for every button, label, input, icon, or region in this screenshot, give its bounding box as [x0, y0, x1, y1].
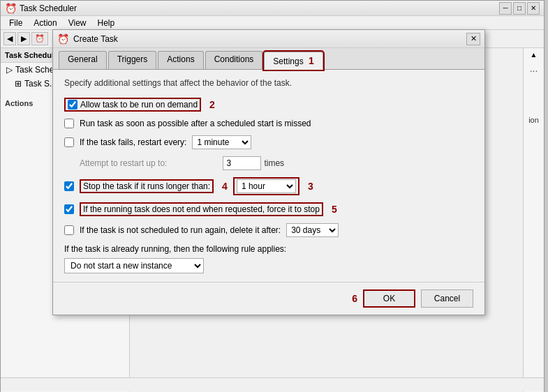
scroll-up-arrow[interactable]: ▲: [529, 50, 539, 60]
close-button[interactable]: ✕: [527, 2, 540, 15]
dialog-footer: 6 OK Cancel: [53, 282, 484, 315]
times-label: times: [264, 158, 284, 168]
dialog-description: Specify additional settings that affect …: [64, 78, 473, 88]
attempt-count-input[interactable]: [223, 156, 261, 170]
stop-task-label: Stop the task if it runs longer than:: [83, 181, 210, 191]
run-asap-checkbox[interactable]: [64, 119, 74, 128]
dialog-icon: ⏰: [57, 33, 69, 45]
menu-bar: File Action View Help: [1, 16, 544, 30]
tab-general[interactable]: General: [59, 51, 107, 69]
stop-task-number: 4: [222, 181, 228, 192]
delete-after-checkbox[interactable]: [64, 225, 74, 235]
toolbar-icon[interactable]: ⏰: [31, 32, 48, 45]
allow-run-highlight: Allow task to be run on demand: [64, 98, 201, 112]
menu-help[interactable]: Help: [92, 17, 121, 29]
status-bar: [1, 377, 544, 391]
dialog-title-bar: ⏰ Create Task ✕: [53, 30, 484, 48]
run-asap-label: Run task as soon as possible after a sch…: [80, 119, 311, 128]
dialog-body: Specify additional settings that affect …: [53, 70, 484, 282]
maximize-button[interactable]: □: [513, 2, 526, 15]
title-bar-controls: ─ □ ✕: [499, 2, 540, 15]
restart-interval-select[interactable]: 1 minute 5 minutes 10 minutes 15 minutes…: [192, 135, 251, 149]
ok-button[interactable]: OK: [363, 289, 415, 308]
restart-label: If the task fails, restart every:: [80, 137, 186, 147]
expand-icon: ▷: [6, 65, 13, 75]
dialog-tabs: General Triggers Actions Conditions Sett…: [53, 48, 484, 70]
create-task-dialog: ⏰ Create Task ✕ General Triggers Actions…: [52, 29, 485, 315]
stop-task-row: Stop the task if it runs longer than: 4 …: [64, 177, 473, 195]
tab-settings-number: 1: [309, 55, 314, 66]
title-bar: ⏰ Task Scheduler ─ □ ✕: [1, 1, 544, 16]
force-stop-checkbox[interactable]: [64, 204, 74, 214]
right-panel-dots: ...: [530, 63, 538, 74]
tab-actions[interactable]: Actions: [158, 51, 203, 69]
stop-task-checkbox[interactable]: [64, 181, 74, 191]
minimize-button[interactable]: ─: [499, 2, 512, 15]
force-stop-highlight: If the running task does not end when re…: [80, 202, 323, 216]
allow-run-label: Allow task to be run on demand: [80, 100, 198, 110]
dialog-title: Create Task: [73, 34, 466, 44]
running-rule-section: If the task is already running, then the…: [64, 244, 473, 273]
tab-conditions[interactable]: Conditions: [205, 51, 263, 69]
attempt-restart-label: Attempt to restart up to:: [80, 158, 167, 168]
stop-duration-select[interactable]: 30 minutes 1 hour 2 hours 4 hours 8 hour…: [237, 179, 296, 193]
force-stop-number: 5: [332, 204, 337, 215]
running-rule-select[interactable]: Do not start a new instance Run a new in…: [64, 258, 204, 273]
right-panel: ▲ ... ion: [523, 48, 544, 392]
allow-run-number: 2: [209, 99, 215, 110]
force-stop-label: If the running task does not end when re…: [83, 204, 320, 214]
footer-number: 6: [352, 293, 357, 304]
stop-duration-number: 3: [308, 181, 313, 192]
cancel-button[interactable]: Cancel: [421, 289, 473, 308]
allow-run-on-demand-row: Allow task to be run on demand 2: [64, 98, 473, 112]
tab-settings[interactable]: Settings 1: [264, 52, 323, 70]
dialog-close-button[interactable]: ✕: [466, 33, 480, 45]
tab-settings-label: Settings: [273, 56, 303, 66]
running-rule-label: If the task is already running, then the…: [64, 244, 473, 254]
app-title: Task Scheduler: [20, 3, 496, 13]
allow-run-checkbox[interactable]: [68, 100, 77, 110]
delete-after-label: If the task is not scheduled to run agai…: [80, 225, 281, 235]
expand-icon2: ⊞: [15, 79, 22, 89]
menu-action[interactable]: Action: [28, 17, 62, 29]
back-button[interactable]: ◀: [3, 32, 16, 45]
stop-task-highlight: Stop the task if it runs longer than:: [80, 179, 214, 193]
tab-triggers[interactable]: Triggers: [108, 51, 157, 69]
delete-after-row: If the task is not scheduled to run agai…: [64, 223, 473, 237]
menu-file[interactable]: File: [3, 17, 28, 29]
forward-button[interactable]: ▶: [17, 32, 30, 45]
right-panel-ion-label: ion: [528, 116, 539, 124]
stop-duration-highlight: 30 minutes 1 hour 2 hours 4 hours 8 hour…: [233, 177, 299, 195]
delete-after-select[interactable]: 30 days 60 days 90 days 180 days 365 day…: [286, 223, 339, 237]
run-asap-row: Run task as soon as possible after a sch…: [64, 119, 473, 128]
restart-if-fails-row: If the task fails, restart every: 1 minu…: [64, 135, 473, 149]
attempt-restart-row: Attempt to restart up to: times: [80, 156, 473, 170]
menu-view[interactable]: View: [63, 17, 92, 29]
force-stop-row: If the running task does not end when re…: [64, 202, 473, 216]
app-icon: ⏰: [5, 3, 17, 14]
restart-checkbox[interactable]: [64, 137, 74, 147]
